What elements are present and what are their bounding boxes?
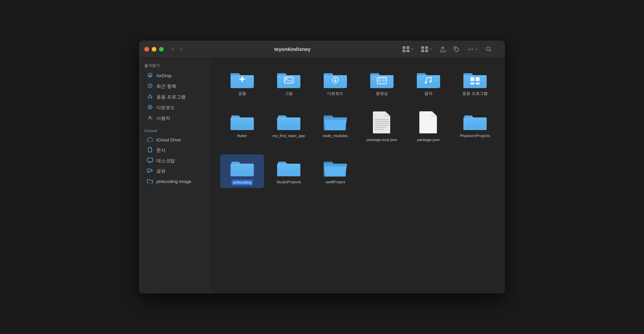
airdrop-icon — [147, 73, 153, 79]
search-button[interactable] — [483, 45, 494, 54]
folder-icon — [230, 157, 254, 177]
file-item-movies[interactable]: 동영상 — [360, 66, 404, 99]
sidebar-item-desktop-label: 데스크탑 — [156, 158, 175, 164]
toolbar: ‹ › teyonkindisney — [164, 44, 500, 54]
file-item-node-modules[interactable]: node_modules — [313, 108, 357, 145]
nav-buttons: ‹ › — [169, 44, 185, 54]
sidebar-item-icloud-drive[interactable]: iCloud Drive — [142, 135, 209, 145]
file-label-downloads: 다운로드 — [327, 91, 343, 96]
svg-rect-41 — [470, 83, 474, 84]
file-label-node-modules: node_modules — [323, 133, 348, 138]
file-label-studio: StudioProjects — [276, 180, 301, 185]
titlebar: ‹ › teyonkindisney — [139, 41, 505, 58]
file-label-package-json: package.json — [417, 137, 440, 142]
svg-rect-44 — [231, 117, 254, 130]
file-item-pinkcoding[interactable]: pinkcoding — [220, 154, 264, 188]
svg-rect-46 — [277, 117, 300, 130]
svg-point-8 — [455, 48, 456, 49]
sidebar-item-user[interactable]: 사용자 — [142, 113, 209, 123]
sidebar-item-applications[interactable]: 응용 프로그램 — [142, 92, 209, 102]
svg-point-11 — [472, 49, 473, 50]
svg-point-14 — [150, 75, 151, 76]
sidebar-item-airdrop[interactable]: AirDrop — [142, 71, 209, 81]
file-item-music[interactable]: 음악 — [406, 66, 450, 99]
desktop-icon — [147, 158, 153, 164]
svg-rect-38 — [463, 75, 487, 88]
files-grid: 공용 그림 — [220, 66, 497, 188]
file-item-react-app[interactable]: my_first_react_app — [267, 108, 311, 145]
file-item-applications[interactable]: 응용 프로그램 — [453, 66, 497, 99]
file-item-flutter[interactable]: flutter — [220, 108, 264, 145]
shared-icon — [147, 169, 153, 174]
folder-sidebar-icon — [147, 179, 153, 184]
toolbar-actions — [400, 44, 494, 54]
svg-rect-5 — [425, 46, 428, 49]
forward-button[interactable]: › — [178, 44, 185, 54]
traffic-lights — [144, 47, 164, 52]
svg-rect-7 — [425, 50, 428, 52]
close-button[interactable] — [144, 47, 149, 52]
share-button[interactable] — [437, 44, 448, 54]
svg-rect-42 — [476, 83, 480, 84]
folder-open-icon — [323, 157, 347, 177]
group-by-button[interactable] — [418, 45, 435, 54]
folder-icon — [277, 157, 301, 177]
file-label-applications: 응용 프로그램 — [462, 91, 487, 96]
minimize-button[interactable] — [152, 47, 156, 52]
file-item-pictures[interactable]: 그림 — [267, 66, 311, 99]
svg-rect-40 — [476, 77, 480, 81]
tag-button[interactable] — [450, 44, 462, 54]
back-button[interactable]: ‹ — [169, 44, 176, 54]
sidebar-item-desktop[interactable]: 데스크탑 — [142, 156, 209, 166]
sidebar-item-icloud-drive-label: iCloud Drive — [156, 137, 181, 142]
sidebar-item-recents[interactable]: 최근 항목 — [142, 81, 209, 91]
doc-text-icon — [372, 111, 392, 135]
finder-window: ‹ › teyonkindisney — [139, 41, 505, 293]
sidebar: 즐겨찾기 AirDrop — [139, 58, 212, 293]
content-area: 즐겨찾기 AirDrop — [139, 58, 505, 293]
svg-rect-2 — [402, 50, 405, 52]
svg-rect-18 — [147, 158, 153, 162]
folder-special-icon — [370, 69, 394, 88]
file-item-phpstorm[interactable]: PhpstormProjects — [453, 108, 497, 145]
window-title: teyonkindisney — [188, 46, 397, 52]
svg-rect-57 — [231, 164, 254, 176]
svg-rect-47 — [324, 117, 347, 120]
svg-point-35 — [425, 82, 427, 84]
svg-point-36 — [429, 81, 431, 83]
sidebar-item-pinkcoding[interactable]: pinkcoding image — [142, 177, 209, 186]
folder-special-icon — [323, 69, 347, 88]
file-item-studio[interactable]: StudioProjects — [267, 154, 311, 188]
file-label-pictures: 그림 — [285, 91, 293, 96]
folder-icon — [463, 111, 487, 131]
sidebar-item-recents-label: 최근 항목 — [156, 84, 176, 89]
maximize-button[interactable] — [159, 47, 164, 52]
svg-rect-3 — [406, 50, 409, 52]
svg-rect-55 — [463, 117, 487, 130]
svg-point-26 — [285, 78, 287, 80]
favorites-label: 즐겨찾기 — [139, 63, 212, 70]
sidebar-item-downloads[interactable]: 다운로드 — [142, 102, 209, 113]
svg-point-17 — [149, 116, 151, 118]
sidebar-item-documents[interactable]: 문서 — [142, 145, 209, 155]
sidebar-item-user-label: 사용자 — [156, 115, 170, 121]
view-icons-button[interactable] — [400, 45, 416, 54]
svg-rect-0 — [402, 46, 405, 49]
file-label-pinkcoding: pinkcoding — [232, 180, 253, 185]
file-item-downloads[interactable]: 다운로드 — [313, 66, 357, 99]
svg-point-12 — [486, 47, 490, 51]
file-label-swift: swiftProject — [326, 180, 345, 185]
file-item-package-json[interactable]: package.json — [406, 108, 450, 145]
more-button[interactable] — [464, 45, 481, 54]
svg-rect-6 — [421, 50, 424, 52]
file-item-public[interactable]: 공용 — [220, 66, 264, 99]
file-label-phpstorm: PhpstormProjects — [460, 133, 490, 138]
sidebar-item-downloads-label: 다운로드 — [156, 105, 175, 111]
folder-special-icon — [230, 69, 254, 88]
sidebar-item-shared[interactable]: 공유 — [142, 166, 209, 176]
file-item-package-lock[interactable]: package-lock.json — [360, 108, 404, 145]
svg-rect-4 — [421, 46, 424, 49]
file-item-swift[interactable]: swiftProject — [313, 154, 357, 188]
sidebar-item-pinkcoding-label: pinkcoding image — [156, 179, 191, 184]
folder-special-icon — [416, 69, 440, 88]
